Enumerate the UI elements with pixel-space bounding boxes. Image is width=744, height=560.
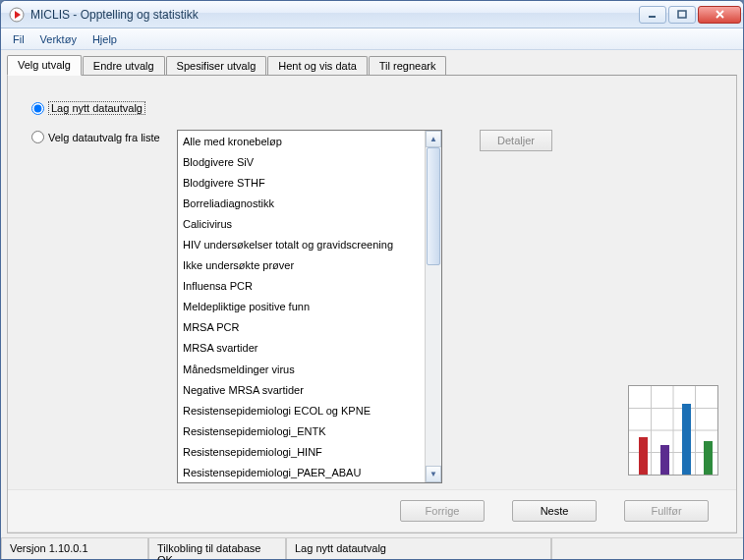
- svg-rect-12: [639, 437, 648, 475]
- title-bar: MICLIS - Opptelling og statistikk: [1, 1, 743, 28]
- list-item[interactable]: Borreliadiagnostikk: [180, 194, 423, 214]
- chart-thumbnail: [628, 385, 718, 476]
- list-item[interactable]: Månedsmeldinger virus: [180, 360, 423, 380]
- radio-new-selection-row[interactable]: Lag nytt datautvalg: [31, 101, 145, 115]
- tab-hent-og-vis-data[interactable]: Hent og vis data: [267, 56, 368, 76]
- content-panel: Lag nytt datautvalg Velg datautvalg fra …: [7, 75, 737, 533]
- main-area: Lag nytt datautvalg Velg datautvalg fra …: [8, 76, 736, 489]
- status-bar: Versjon 1.10.0.1 Tilkobling til database…: [1, 537, 743, 559]
- list-item[interactable]: Blodgivere STHF: [180, 173, 423, 194]
- app-window: MICLIS - Opptelling og statistikk Fil Ve…: [0, 0, 744, 560]
- scroll-up-button[interactable]: ▲: [426, 131, 441, 147]
- selection-listbox[interactable]: Alle med kronebeløpBlodgivere SiVBlodgiv…: [177, 130, 442, 483]
- tab-til-regneark[interactable]: Til regneark: [369, 56, 447, 76]
- next-button[interactable]: Neste: [512, 500, 597, 522]
- list-item[interactable]: Blodgivere SiV: [180, 152, 423, 173]
- list-item[interactable]: Ikke undersøkte prøver: [180, 255, 423, 276]
- list-item[interactable]: Resistensepidemiologi ECOL og KPNE: [180, 401, 423, 421]
- status-spacer: [551, 538, 743, 559]
- svg-rect-14: [682, 404, 691, 475]
- svg-rect-3: [678, 11, 686, 18]
- radio-new-selection-label: Lag nytt datautvalg: [48, 101, 145, 115]
- list-item[interactable]: Resistensepidemiologi_HINF: [180, 442, 423, 463]
- list-item[interactable]: Resistensepidemiologi_ENTK: [180, 421, 423, 442]
- tab-spesifiser-utvalg[interactable]: Spesifiser utvalg: [166, 56, 267, 76]
- menu-bar: Fil Verktøy Hjelp: [1, 28, 743, 50]
- list-item[interactable]: Negative MRSA svartider: [180, 380, 423, 401]
- app-icon: [9, 7, 25, 23]
- scroll-down-button[interactable]: ▼: [426, 466, 441, 482]
- status-version: Versjon 1.10.0.1: [1, 538, 148, 559]
- menu-file[interactable]: Fil: [5, 30, 32, 48]
- radio-from-list-row[interactable]: Velg datautvalg fra liste: [31, 131, 160, 143]
- list-item[interactable]: MRSA PCR: [180, 317, 423, 338]
- list-item[interactable]: MRSA svartider: [180, 338, 423, 359]
- details-button[interactable]: Detaljer: [480, 130, 552, 151]
- list-item[interactable]: Alle med kronebeløp: [180, 132, 423, 152]
- listbox-scrollbar[interactable]: ▲ ▼: [425, 131, 441, 482]
- finish-button[interactable]: Fullfør: [624, 500, 709, 522]
- radio-from-list[interactable]: [31, 131, 44, 143]
- listbox-items[interactable]: Alle med kronebeløpBlodgivere SiVBlodgiv…: [178, 131, 425, 482]
- scroll-track[interactable]: [426, 147, 441, 466]
- list-item[interactable]: Influensa PCR: [180, 276, 423, 297]
- window-controls: [639, 6, 741, 24]
- radio-new-selection[interactable]: [31, 102, 44, 115]
- radio-from-list-label: Velg datautvalg fra liste: [48, 132, 160, 143]
- wizard-buttons: Forrige Neste Fullfør: [8, 489, 736, 532]
- list-item[interactable]: Calicivirus: [180, 214, 423, 235]
- scroll-thumb[interactable]: [427, 147, 440, 265]
- svg-rect-15: [704, 441, 713, 475]
- tab-endre-utvalg[interactable]: Endre utvalg: [83, 56, 165, 76]
- close-button[interactable]: [698, 6, 741, 24]
- svg-rect-13: [660, 445, 669, 475]
- list-item[interactable]: Meldepliktige positive funn: [180, 297, 423, 317]
- status-message: Lag nytt datautvalg: [286, 538, 551, 559]
- bar-chart-icon: [629, 386, 717, 475]
- menu-help[interactable]: Hjelp: [85, 30, 125, 48]
- menu-tools[interactable]: Verktøy: [32, 30, 85, 48]
- window-title: MICLIS - Opptelling og statistikk: [30, 8, 639, 22]
- list-item[interactable]: Resistensepidemiologi_PAER_ABAU: [180, 463, 423, 482]
- previous-button[interactable]: Forrige: [400, 500, 485, 522]
- list-item[interactable]: HIV undersøkelser totalt og gravidscreen…: [180, 235, 423, 255]
- minimize-button[interactable]: [639, 6, 666, 24]
- maximize-button[interactable]: [668, 6, 696, 24]
- status-db: Tilkobling til database OK: [148, 538, 286, 559]
- tab-bar: Velg utvalg Endre utvalg Spesifiser utva…: [1, 50, 743, 75]
- tab-velg-utvalg[interactable]: Velg utvalg: [7, 55, 82, 76]
